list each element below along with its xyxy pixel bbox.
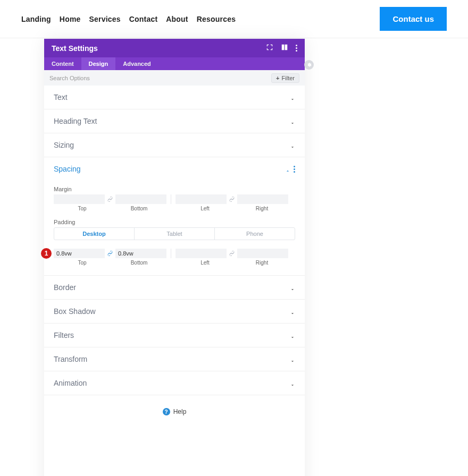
link-icon[interactable] bbox=[228, 194, 236, 204]
label-bottom: Bottom bbox=[111, 206, 168, 211]
chevron-down-icon bbox=[290, 95, 295, 100]
section-label: Sizing bbox=[54, 141, 74, 149]
section-box-shadow[interactable]: Box Shadow bbox=[44, 300, 305, 324]
chevron-down-icon bbox=[290, 309, 295, 314]
section-label: Heading Text bbox=[54, 117, 97, 125]
link-icon[interactable] bbox=[106, 249, 114, 258]
chevron-down-icon bbox=[290, 142, 295, 148]
chevron-down-icon bbox=[290, 333, 295, 338]
help-icon: ? bbox=[163, 408, 170, 415]
columns-icon[interactable] bbox=[281, 44, 288, 53]
section-animation[interactable]: Animation bbox=[44, 371, 305, 395]
padding-right-input[interactable] bbox=[237, 249, 288, 258]
section-label: Text bbox=[54, 93, 68, 101]
device-tabs: Desktop Tablet Phone bbox=[54, 227, 295, 240]
tab-design[interactable]: Design bbox=[81, 57, 116, 70]
help-label: Help bbox=[173, 408, 187, 415]
section-heading-text[interactable]: Heading Text bbox=[44, 109, 305, 133]
padding-inputs bbox=[54, 249, 295, 258]
section-label: Box Shadow bbox=[54, 307, 96, 316]
padding-label: Padding bbox=[54, 219, 295, 225]
chevron-down-icon bbox=[290, 356, 295, 362]
panel-body: Text Heading Text Sizing Spacing Margin bbox=[44, 86, 305, 476]
help-row[interactable]: ? Help bbox=[44, 395, 305, 422]
link-icon[interactable] bbox=[228, 249, 236, 258]
divider bbox=[171, 194, 171, 204]
device-tab-tablet[interactable]: Tablet bbox=[134, 228, 214, 240]
nav-landing[interactable]: Landing bbox=[21, 15, 51, 23]
padding-left-input[interactable] bbox=[176, 249, 227, 258]
section-filters[interactable]: Filters bbox=[44, 324, 305, 347]
section-more-icon[interactable] bbox=[294, 166, 295, 173]
more-icon[interactable] bbox=[296, 45, 297, 52]
tab-advanced[interactable]: Advanced bbox=[115, 57, 158, 70]
nav-contact[interactable]: Contact bbox=[129, 15, 158, 23]
chevron-down-icon bbox=[290, 118, 295, 124]
margin-right-input[interactable] bbox=[237, 194, 288, 204]
chevron-down-icon bbox=[290, 380, 295, 386]
link-icon[interactable] bbox=[106, 194, 114, 204]
nav-about[interactable]: About bbox=[166, 15, 188, 23]
callout-badge: 1 bbox=[41, 248, 52, 259]
section-label: Animation bbox=[54, 379, 87, 387]
nav-home[interactable]: Home bbox=[60, 15, 81, 23]
tab-content[interactable]: Content bbox=[44, 57, 81, 70]
padding-bottom-input[interactable] bbox=[115, 249, 166, 258]
label-top: Top bbox=[54, 260, 111, 266]
site-nav: Landing Home Services Contact About Reso… bbox=[21, 15, 236, 23]
panel-tabs: Content Design Advanced bbox=[44, 57, 305, 70]
margin-left-input[interactable] bbox=[176, 194, 227, 204]
section-label: Filters bbox=[54, 331, 74, 339]
settings-panel: Text Settings Content Design Advanced Se… bbox=[44, 39, 305, 476]
section-sizing[interactable]: Sizing bbox=[44, 133, 305, 157]
search-row: Search Options +Filter bbox=[44, 70, 305, 86]
section-spacing[interactable]: Spacing bbox=[44, 157, 305, 181]
label-right: Right bbox=[233, 206, 290, 211]
margin-inputs bbox=[54, 194, 295, 204]
section-label: Transform bbox=[54, 355, 87, 363]
chevron-down-icon bbox=[290, 285, 295, 290]
section-text[interactable]: Text bbox=[44, 86, 305, 109]
label-left: Left bbox=[177, 260, 233, 266]
section-label: Spacing bbox=[54, 165, 81, 173]
top-nav-bar: Landing Home Services Contact About Reso… bbox=[0, 0, 468, 38]
spacing-body: Margin TopBottom LeftRight Pa bbox=[44, 181, 305, 276]
nav-resources[interactable]: Resources bbox=[197, 15, 236, 23]
section-border[interactable]: Border bbox=[44, 276, 305, 300]
plus-icon: + bbox=[276, 75, 279, 81]
panel-title: Text Settings bbox=[52, 44, 98, 53]
device-tab-phone[interactable]: Phone bbox=[214, 228, 295, 240]
margin-top-input[interactable] bbox=[54, 194, 105, 204]
margin-side-labels: TopBottom LeftRight bbox=[54, 206, 295, 211]
panel-header: Text Settings bbox=[44, 39, 305, 57]
divider bbox=[171, 249, 171, 258]
label-right: Right bbox=[233, 260, 290, 266]
chevron-up-icon bbox=[285, 166, 290, 172]
expand-icon[interactable] bbox=[266, 44, 273, 53]
label-left: Left bbox=[177, 206, 233, 211]
margin-bottom-input[interactable] bbox=[115, 194, 166, 204]
spacer bbox=[44, 422, 305, 476]
padding-top-input[interactable] bbox=[54, 249, 105, 258]
gear-icon[interactable] bbox=[304, 60, 314, 70]
padding-side-labels: TopBottom LeftRight bbox=[54, 260, 295, 266]
device-tab-desktop[interactable]: Desktop bbox=[54, 228, 134, 240]
label-bottom: Bottom bbox=[111, 260, 168, 266]
contact-us-button[interactable]: Contact us bbox=[380, 7, 447, 31]
section-label: Border bbox=[54, 283, 76, 292]
filter-button[interactable]: +Filter bbox=[271, 73, 299, 83]
label-top: Top bbox=[54, 206, 111, 211]
search-input[interactable]: Search Options bbox=[49, 75, 90, 81]
margin-label: Margin bbox=[54, 186, 295, 192]
nav-services[interactable]: Services bbox=[89, 15, 121, 23]
panel-header-actions bbox=[266, 44, 297, 53]
section-transform[interactable]: Transform bbox=[44, 347, 305, 371]
